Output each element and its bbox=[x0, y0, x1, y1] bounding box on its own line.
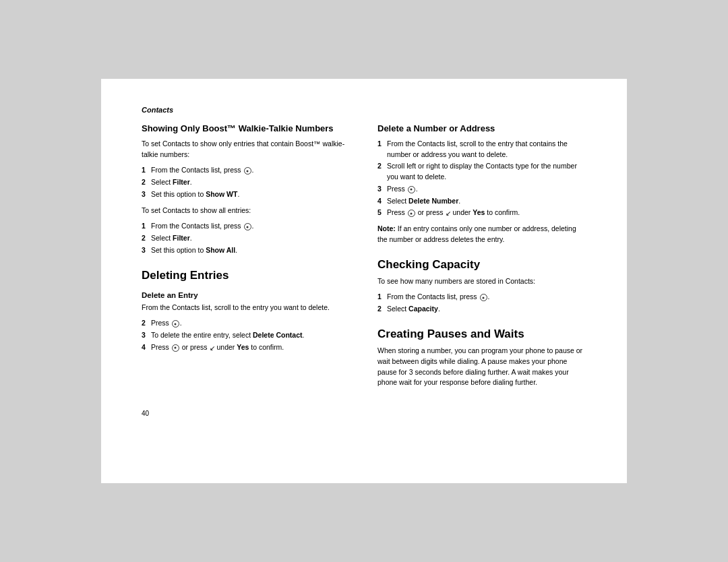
contacts-label: Contacts bbox=[142, 106, 586, 114]
list-item: 4 Select Delete Number. bbox=[377, 196, 586, 207]
ok-icon bbox=[408, 210, 415, 217]
list-item: 3 Set this option to Show WT. bbox=[142, 189, 351, 200]
list-item: 1 From the Contacts list, press . bbox=[142, 165, 351, 176]
list-item: 3 To delete the entire entry, select Del… bbox=[142, 330, 351, 341]
left-column: Showing Only Boost™ Walkie-Talkie Number… bbox=[142, 123, 351, 394]
list-item: 2 Select Filter. bbox=[142, 177, 351, 188]
page: Contacts Showing Only Boost™ Walkie-Talk… bbox=[101, 79, 627, 483]
creating-pauses-section: Creating Pauses and Waits When storing a… bbox=[377, 327, 586, 388]
showing-boost-heading: Showing Only Boost™ Walkie-Talkie Number… bbox=[142, 123, 351, 135]
delete-number-note: Note: If an entry contains only one numb… bbox=[377, 224, 586, 245]
checking-capacity-intro: To see how many numbers are stored in Co… bbox=[377, 276, 586, 287]
arrow-icon: ↙ bbox=[210, 343, 215, 353]
deleting-entries-section: Deleting Entries Delete an Entry From th… bbox=[142, 268, 351, 353]
page-number: 40 bbox=[142, 410, 586, 417]
creating-pauses-intro: When storing a number, you can program y… bbox=[377, 346, 586, 388]
list-item: 1 From the Contacts list, press . bbox=[377, 292, 586, 303]
delete-entry-steps: 2 Press . 3 To delete the entire entry, … bbox=[142, 318, 351, 352]
delete-number-section: Delete a Number or Address 1 From the Co… bbox=[377, 123, 586, 245]
menu-icon bbox=[172, 320, 179, 327]
list-item: 2 Select Capacity. bbox=[377, 304, 586, 315]
list-item: 4 Press or press ↙ under Yes to confirm. bbox=[142, 342, 351, 353]
ok-icon bbox=[172, 344, 179, 352]
arrow-icon: ↙ bbox=[446, 208, 451, 218]
creating-pauses-heading: Creating Pauses and Waits bbox=[377, 327, 586, 342]
list-item: 2 Scroll left or right to display the Co… bbox=[377, 161, 586, 183]
list-item: 1 From the Contacts list, scroll to the … bbox=[377, 139, 586, 160]
delete-entry-subheading: Delete an Entry bbox=[142, 291, 351, 299]
checking-capacity-steps: 1 From the Contacts list, press . 2 Sele… bbox=[377, 292, 586, 315]
delete-number-heading: Delete a Number or Address bbox=[377, 123, 586, 135]
list-item: 1 From the Contacts list, press . bbox=[142, 221, 351, 232]
list-item: 2 Press . bbox=[142, 318, 351, 329]
menu-icon bbox=[480, 294, 487, 301]
list-item: 3 Set this option to Show All. bbox=[142, 245, 351, 256]
list-item: 3 Press . bbox=[377, 184, 586, 195]
delete-entry-intro: From the Contacts list, scroll to the en… bbox=[142, 303, 351, 313]
deleting-entries-heading: Deleting Entries bbox=[142, 268, 351, 283]
showing-boost-steps2: 1 From the Contacts list, press . 2 Sele… bbox=[142, 221, 351, 255]
delete-number-steps: 1 From the Contacts list, scroll to the … bbox=[377, 139, 586, 218]
checking-capacity-heading: Checking Capacity bbox=[377, 257, 586, 272]
showing-boost-intro: To set Contacts to show only entries tha… bbox=[142, 139, 351, 160]
showing-all-intro: To set Contacts to show all entries: bbox=[142, 206, 351, 216]
checking-capacity-section: Checking Capacity To see how many number… bbox=[377, 257, 586, 315]
showing-boost-section: Showing Only Boost™ Walkie-Talkie Number… bbox=[142, 123, 351, 256]
menu-icon bbox=[244, 167, 251, 175]
two-column-layout: Showing Only Boost™ Walkie-Talkie Number… bbox=[142, 123, 586, 394]
list-item: 5 Press or press ↙ under Yes to confirm. bbox=[377, 208, 586, 218]
menu-icon bbox=[244, 223, 251, 230]
list-item: 2 Select Filter. bbox=[142, 233, 351, 244]
menu-icon bbox=[408, 186, 415, 193]
right-column: Delete a Number or Address 1 From the Co… bbox=[377, 123, 586, 394]
showing-boost-steps1: 1 From the Contacts list, press . 2 Sele… bbox=[142, 165, 351, 199]
